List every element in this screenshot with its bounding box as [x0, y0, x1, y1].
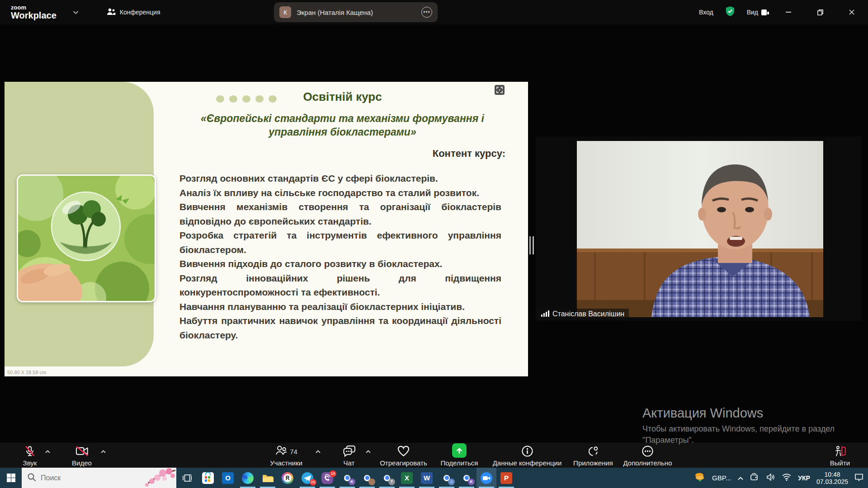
- store-icon: [202, 472, 214, 484]
- minimize-button[interactable]: [778, 0, 798, 24]
- taskbar-app-zoom[interactable]: [476, 468, 496, 488]
- share-screen-button-label: Поделиться: [441, 459, 478, 467]
- tray-time: 10:48: [816, 471, 848, 478]
- edge-icon: [242, 472, 254, 484]
- more-button-label: Дополнительно: [623, 459, 672, 467]
- audio-options-chevron[interactable]: [45, 447, 51, 455]
- chrome-profile-avatar-badge: [368, 479, 375, 485]
- video-button[interactable]: Видео: [64, 444, 100, 467]
- react-button[interactable]: Отреагировать: [371, 444, 436, 467]
- task-view-button[interactable]: [176, 468, 198, 488]
- watermark-title: Активация Windows: [642, 406, 835, 421]
- tab-more-options-icon[interactable]: •••: [421, 7, 432, 18]
- currency-widget-icon[interactable]: [694, 471, 706, 485]
- taskbar-app-edge[interactable]: [238, 468, 258, 488]
- restore-button[interactable]: [810, 0, 830, 24]
- meeting-info-button[interactable]: Данные конференции: [480, 444, 574, 467]
- taskbar-app-chrome-t[interactable]: T: [377, 468, 397, 488]
- view-layout-icon: [761, 9, 767, 15]
- apps-button-label: Приложения: [573, 459, 613, 467]
- tab-shared-screen[interactable]: К Экран (Наталія Кащена) •••: [274, 2, 438, 22]
- close-button[interactable]: [842, 0, 862, 24]
- search-icon: [27, 473, 36, 483]
- taskbar-app-chrome-k2[interactable]: K: [457, 468, 476, 488]
- currency-widget-label[interactable]: GBP...: [712, 474, 731, 482]
- taskbar-app-file-explorer[interactable]: [258, 468, 278, 488]
- leave-door-icon: [834, 444, 846, 458]
- view-button[interactable]: Вид: [747, 9, 767, 16]
- participant-name: Станіслав Василішин: [552, 310, 624, 318]
- taskbar-app-outlook[interactable]: O: [218, 468, 238, 488]
- meeting-toolbar: Звук Видео 74 Участники: [0, 443, 868, 468]
- folder-icon: [262, 472, 274, 484]
- title-bar: zoom Workplace Конференция К Экран (Ната…: [0, 0, 868, 24]
- leave-button[interactable]: Выйти: [822, 444, 858, 467]
- telegram-icon: 05: [302, 472, 313, 484]
- title-bar-right: Вход Вид: [699, 0, 868, 24]
- powerpoint-icon: P: [500, 472, 512, 484]
- participants-button-label: Участники: [270, 459, 302, 467]
- share-screen-icon: [452, 443, 467, 458]
- participants-options-chevron[interactable]: [315, 447, 321, 455]
- panel-resize-handle[interactable]: [529, 236, 534, 254]
- taskbar-app-powerpoint[interactable]: P: [496, 468, 516, 488]
- action-center-icon[interactable]: [854, 473, 863, 483]
- system-tray: GBP... УКР 10:48 07.03.2025: [694, 468, 868, 488]
- apps-icon: [587, 444, 599, 458]
- volume-icon[interactable]: [766, 473, 775, 483]
- tray-expand-chevron[interactable]: [737, 474, 744, 482]
- slide-subtitle-line1: «Європейські стандарти та механізми форм…: [154, 112, 528, 125]
- tab-conference[interactable]: Конференция: [107, 8, 160, 17]
- participant-video-panel[interactable]: Станіслав Василішин: [536, 136, 861, 321]
- share-screen-button[interactable]: Поделиться: [430, 444, 488, 467]
- shared-screen-slide: Освітній курс «Європейські стандарти та …: [5, 82, 528, 376]
- zoom-workplace-logo: zoom Workplace: [11, 5, 57, 20]
- viber-badge: 16: [330, 470, 336, 477]
- language-indicator[interactable]: УКР: [798, 474, 810, 482]
- leave-button-label: Выйти: [830, 459, 850, 467]
- expand-view-icon[interactable]: [495, 85, 505, 95]
- slide-title: Освітній курс: [158, 90, 527, 104]
- taskbar-app-word[interactable]: W: [417, 468, 437, 488]
- chrome-profile-k-badge: K: [349, 479, 355, 485]
- taskbar-app-chrome-avatar[interactable]: [357, 468, 377, 488]
- telegram-badge: 05: [310, 479, 316, 486]
- taskbar-app-r[interactable]: R: [278, 468, 297, 488]
- participant-video: [577, 141, 823, 317]
- chrome-profile-t-badge: T: [388, 479, 395, 485]
- start-button[interactable]: [0, 468, 22, 488]
- logo-workplace-text: Workplace: [11, 11, 57, 20]
- audio-button[interactable]: Звук: [12, 444, 48, 467]
- clock[interactable]: 10:48 07.03.2025: [816, 471, 848, 485]
- heart-icon: [397, 444, 410, 458]
- video-options-chevron[interactable]: [100, 447, 106, 455]
- taskbar-app-store[interactable]: [198, 468, 218, 488]
- taskbar-app-chrome-person[interactable]: ☺: [437, 468, 457, 488]
- chevron-down-icon[interactable]: [73, 8, 79, 16]
- sign-in-button[interactable]: Вход: [699, 9, 713, 16]
- more-button[interactable]: Дополнительно: [613, 444, 683, 467]
- screen-capture-icon[interactable]: [750, 473, 760, 483]
- windows-activation-watermark: Активация Windows Чтобы активировать Win…: [642, 406, 835, 445]
- microphone-muted-icon: [24, 444, 36, 458]
- meeting-info-button-label: Данные конференции: [493, 459, 562, 467]
- search-input[interactable]: [22, 468, 135, 488]
- chrome-profile-person-badge: ☺: [448, 479, 455, 485]
- avatar: К: [279, 6, 291, 18]
- taskbar-app-chrome-k1[interactable]: K: [337, 468, 357, 488]
- taskbar-search[interactable]: [22, 468, 176, 488]
- taskbar-app-excel[interactable]: X: [397, 468, 417, 488]
- taskbar-apps: O R 05: [198, 468, 516, 488]
- wifi-icon[interactable]: [782, 473, 792, 483]
- zoom-meeting-window: zoom Workplace Конференция К Экран (Ната…: [0, 0, 868, 488]
- taskbar-app-telegram[interactable]: 05: [297, 468, 317, 488]
- slide-bullet: Розробка стратегій та інструментів ефект…: [179, 228, 501, 257]
- slide-bullet: Навчання плануванню та реалізації біокла…: [179, 300, 501, 314]
- slide-bullet: Вивчення механізмів створення та організ…: [179, 200, 501, 228]
- security-shield-icon[interactable]: [725, 6, 735, 19]
- slide-bullet: Розгляд основних стандартів ЄС у сфері б…: [179, 171, 501, 186]
- chat-button[interactable]: Чат: [331, 444, 367, 467]
- shared-screen-tab-label: Экран (Наталія Кащена): [297, 9, 416, 16]
- taskbar-app-viber[interactable]: 16: [317, 468, 337, 488]
- participants-button[interactable]: 74 Участники: [258, 444, 315, 467]
